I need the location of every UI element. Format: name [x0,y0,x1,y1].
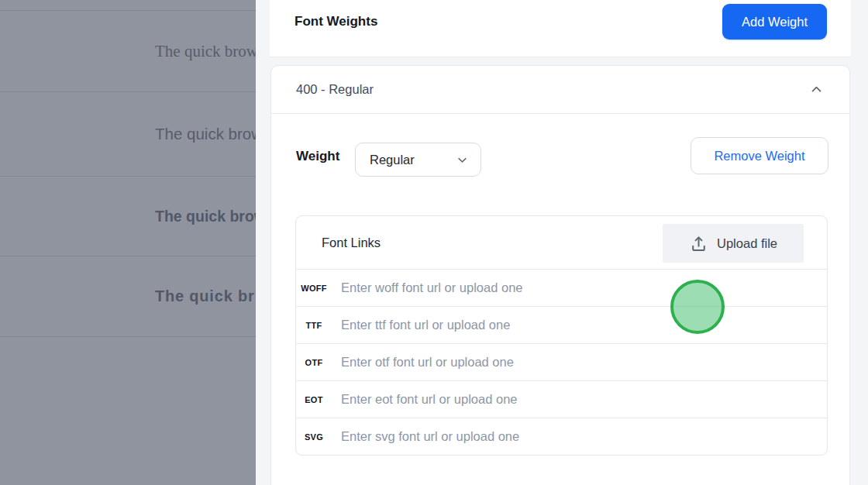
accordion-header[interactable]: 400 - Regular [271,66,849,114]
font-sample-text: The quick br [155,287,255,305]
add-weight-button[interactable]: Add Weight [722,4,827,40]
font-sample-row: The quick brow [0,91,256,176]
font-sample-row: The quick brown [0,10,256,91]
font-link-row-ttf: TTF [296,306,827,343]
font-sample-row: The quick br [0,256,256,336]
page-title: Font Weights [294,14,377,29]
font-link-row-woff: WOFF [296,269,827,306]
font-weights-section: Font Weights Add Weight 400 - Regular We… [256,0,868,485]
font-sample-row-empty [0,336,256,485]
font-links-table: Font Links Upload file WOFF [295,215,828,456]
format-label: SVG [296,432,332,442]
eot-url-input[interactable] [332,381,827,418]
chevron-up-icon [810,83,823,96]
font-settings-page: The quick brown The quick brow The quick… [0,0,868,485]
otf-url-input[interactable] [332,344,827,380]
weight-field-label: Weight [296,149,339,164]
weight-select-value: Regular [370,153,415,167]
ttf-url-input[interactable] [332,307,827,343]
woff-url-input[interactable] [332,270,827,306]
upload-file-label: Upload file [717,236,777,251]
font-sample-row: The quick brow [0,176,256,256]
font-links-title: Font Links [322,236,381,250]
format-label: WOFF [296,284,332,293]
font-sample-text: The quick brown [155,42,256,61]
format-label: EOT [296,395,332,404]
accordion-title: 400 - Regular [296,82,374,97]
font-link-row-eot: EOT [296,380,827,418]
font-sample-text: The quick brow [155,208,256,225]
remove-weight-button[interactable]: Remove Weight [691,137,828,174]
font-link-row-otf: OTF [296,343,827,380]
chevron-down-icon [456,154,468,166]
font-preview-panel-disabled: The quick brown The quick brow The quick… [0,0,256,485]
upload-icon [689,234,708,253]
font-link-row-svg: SVG [296,418,827,455]
upload-file-button[interactable]: Upload file [663,224,804,263]
format-label: TTF [296,321,332,330]
format-label: OTF [296,358,332,367]
weight-accordion-card: 400 - Regular Weight Regular Remove Weig… [270,65,850,485]
font-links-header: Font Links Upload file [296,216,827,269]
section-header: Font Weights Add Weight [270,0,851,57]
weight-select[interactable]: Regular [355,143,481,177]
font-sample-text: The quick brow [155,125,256,143]
svg-url-input[interactable] [332,418,827,455]
